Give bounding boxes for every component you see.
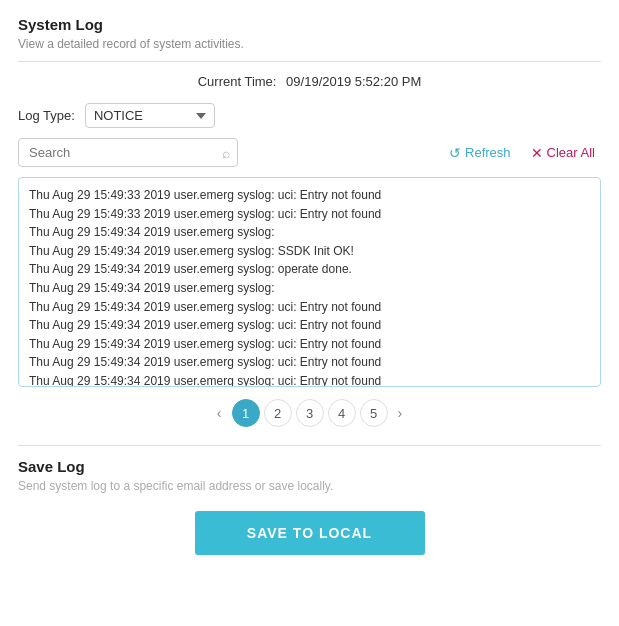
log-line: Thu Aug 29 15:49:34 2019 user.emerg sysl… bbox=[29, 316, 590, 335]
refresh-icon: ↺ bbox=[449, 145, 461, 161]
divider-top bbox=[18, 61, 601, 62]
log-line: Thu Aug 29 15:49:33 2019 user.emerg sysl… bbox=[29, 205, 590, 224]
log-type-label: Log Type: bbox=[18, 108, 75, 123]
log-line: Thu Aug 29 15:49:34 2019 user.emerg sysl… bbox=[29, 353, 590, 372]
refresh-button[interactable]: ↺ Refresh bbox=[443, 141, 517, 165]
pagination-next[interactable]: › bbox=[392, 401, 409, 425]
log-line: Thu Aug 29 15:49:34 2019 user.emerg sysl… bbox=[29, 242, 590, 261]
page-title: System Log bbox=[18, 16, 601, 33]
save-log-subtitle: Send system log to a specific email addr… bbox=[18, 479, 601, 493]
refresh-label: Refresh bbox=[465, 145, 511, 160]
log-line: Thu Aug 29 15:49:34 2019 user.emerg sysl… bbox=[29, 279, 590, 298]
clear-all-button[interactable]: ✕ Clear All bbox=[525, 141, 601, 165]
log-line: Thu Aug 29 15:49:34 2019 user.emerg sysl… bbox=[29, 223, 590, 242]
log-type-row: Log Type: NOTICE INFO WARNING ERROR bbox=[18, 103, 601, 128]
pagination-page-4[interactable]: 4 bbox=[328, 399, 356, 427]
log-line: Thu Aug 29 15:49:34 2019 user.emerg sysl… bbox=[29, 298, 590, 317]
pagination-prev[interactable]: ‹ bbox=[211, 401, 228, 425]
section-header: System Log View a detailed record of sys… bbox=[18, 16, 601, 51]
save-to-local-button[interactable]: SAVE TO LOCAL bbox=[195, 511, 425, 555]
save-log-title: Save Log bbox=[18, 458, 601, 475]
current-time-row: Current Time: 09/19/2019 5:52:20 PM bbox=[18, 74, 601, 89]
system-log-page: System Log View a detailed record of sys… bbox=[0, 0, 619, 571]
log-type-select[interactable]: NOTICE INFO WARNING ERROR bbox=[85, 103, 215, 128]
log-line: Thu Aug 29 15:49:33 2019 user.emerg sysl… bbox=[29, 186, 590, 205]
log-line: Thu Aug 29 15:49:34 2019 user.emerg sysl… bbox=[29, 372, 590, 387]
action-buttons: ↺ Refresh ✕ Clear All bbox=[443, 141, 601, 165]
search-bar-row: ⌕ ↺ Refresh ✕ Clear All bbox=[18, 138, 601, 167]
log-line: Thu Aug 29 15:49:34 2019 user.emerg sysl… bbox=[29, 260, 590, 279]
current-time-label: Current Time: bbox=[198, 74, 277, 89]
clear-all-label: Clear All bbox=[547, 145, 595, 160]
pagination-page-5[interactable]: 5 bbox=[360, 399, 388, 427]
clearall-icon: ✕ bbox=[531, 145, 543, 161]
pagination-page-2[interactable]: 2 bbox=[264, 399, 292, 427]
pagination: ‹ 1 2 3 4 5 › bbox=[18, 399, 601, 427]
search-input[interactable] bbox=[18, 138, 238, 167]
log-line: Thu Aug 29 15:49:34 2019 user.emerg sysl… bbox=[29, 335, 590, 354]
save-log-section: Save Log Send system log to a specific e… bbox=[18, 445, 601, 555]
search-input-wrapper: ⌕ bbox=[18, 138, 238, 167]
pagination-page-1[interactable]: 1 bbox=[232, 399, 260, 427]
log-box: Thu Aug 29 15:49:33 2019 user.emerg sysl… bbox=[18, 177, 601, 387]
current-time-value: 09/19/2019 5:52:20 PM bbox=[286, 74, 421, 89]
pagination-page-3[interactable]: 3 bbox=[296, 399, 324, 427]
page-subtitle: View a detailed record of system activit… bbox=[18, 37, 601, 51]
